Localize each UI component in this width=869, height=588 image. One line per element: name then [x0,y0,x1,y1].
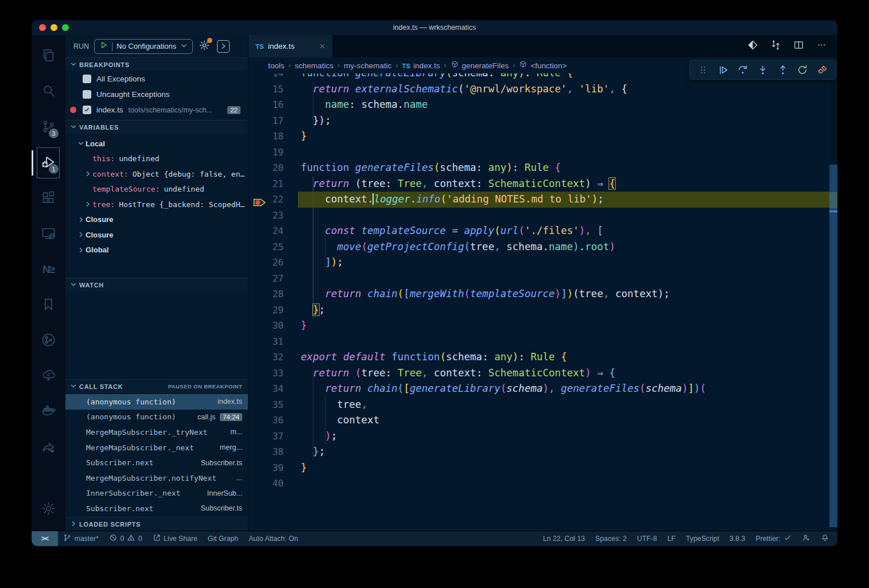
code-line-content[interactable]: ]); [298,255,829,271]
line-number-gutter[interactable]: 19 [249,145,298,161]
code-line-content[interactable] [298,208,829,224]
activity-search[interactable] [34,74,62,110]
line-number-gutter[interactable]: 35 [249,397,298,413]
status-prettier[interactable]: Prettier: [750,531,797,546]
code-line-content[interactable]: return externalSchematic('@nrwl/workspac… [298,81,829,98]
code-line-content[interactable]: }; [298,302,829,318]
status-encoding[interactable]: UTF-8 [632,531,662,546]
scrollbar-thumb[interactable] [829,165,837,527]
tab-index-ts[interactable]: TS index.ts [249,35,332,57]
code-line-content[interactable]: const templateSource = apply(url('./file… [298,223,829,239]
line-number-gutter[interactable]: 26 [249,255,298,271]
breakpoint-row[interactable]: All Exceptions [65,71,248,87]
line-number-gutter[interactable]: 18 [249,128,298,145]
status-indentation[interactable]: Spaces: 2 [590,531,632,546]
more-actions-icon[interactable] [816,40,827,53]
call-stack-frame[interactable]: MergeMapSubscriber._tryNextm... [65,425,248,440]
code-line-content[interactable] [298,476,829,492]
call-stack-frame[interactable]: InnerSubscriber._nextInnerSub... [65,486,248,501]
line-number-gutter[interactable]: 37 [249,429,298,445]
variable-row[interactable]: Global [65,243,248,258]
activity-nx-console[interactable]: N≥ [34,252,62,287]
line-number-gutter[interactable]: 20 [249,160,298,176]
status-cursor-position[interactable]: Ln 22, Col 13 [538,531,590,546]
status-eol[interactable]: LF [662,531,681,546]
variable-row[interactable]: context:Object {debug: false, en… [65,166,248,182]
code-line-content[interactable]: tree, [298,397,829,413]
status-git-graph[interactable]: Git Graph [203,531,243,546]
line-number-gutter[interactable]: 36 [249,412,298,429]
line-number-gutter[interactable]: 17 [249,113,298,129]
activity-extensions[interactable] [34,181,62,216]
code-line-content[interactable]: context [298,412,829,429]
code-line-content[interactable]: } [298,318,829,334]
line-number-gutter[interactable]: 16 [249,97,298,113]
line-number-gutter[interactable]: 21 [249,176,298,192]
disconnect-button[interactable] [817,64,828,76]
line-number-gutter[interactable]: 39 [249,460,298,476]
checkbox[interactable] [83,106,91,114]
debug-settings-gear-icon[interactable] [199,40,210,53]
line-number-gutter[interactable]: 24 [249,223,298,239]
status-ts-version[interactable]: 3.8.3 [724,531,750,546]
status-live-share[interactable]: Live Share [148,531,203,546]
code-line-content[interactable]: return chain([mergeWith(templateSource)]… [298,286,829,302]
breakpoints-section-header[interactable]: BREAKPOINTS [65,57,248,71]
continue-button[interactable] [717,64,729,76]
step-into-button[interactable] [757,64,769,76]
line-number-gutter[interactable]: 33 [249,365,298,381]
line-number-gutter[interactable]: 30 [249,318,298,334]
drag-handle-icon[interactable] [697,64,709,76]
activity-live-share-view[interactable] [34,430,62,465]
line-number-gutter[interactable]: 31 [249,334,298,350]
variable-row[interactable]: this:undefined [65,151,248,167]
line-number-gutter[interactable]: 15 [249,81,298,98]
line-number-gutter[interactable]: 34 [249,381,298,397]
code-line-content[interactable] [298,271,829,287]
start-debug-icon[interactable] [99,41,108,52]
line-number-gutter[interactable]: 23 [249,208,298,224]
breadcrumb-item[interactable]: generateFiles [451,60,509,71]
status-language-mode[interactable]: TypeScript [681,531,724,546]
code-line-content[interactable]: }; [298,444,829,460]
loaded-scripts-section-header[interactable]: LOADED SCRIPTS [65,517,248,531]
debug-console-icon[interactable] [217,40,230,53]
code-line-content[interactable]: }); [298,113,829,129]
code-line-content[interactable]: move(getProjectConfig(tree, schema.name)… [298,239,829,255]
line-number-gutter[interactable]: 40 [249,476,298,492]
code-line-content[interactable]: return chain([generateLibrary(schema), g… [298,381,829,397]
activity-manage[interactable] [34,492,62,527]
compare-changes-icon[interactable] [770,40,781,53]
call-stack-frame[interactable]: Subscriber.nextSubscriber.ts [65,455,248,470]
code-line-content[interactable]: return (tree: Tree, context: SchematicCo… [298,365,829,381]
code-line-content[interactable] [298,145,829,161]
code-line-content[interactable]: } [298,128,829,145]
activity-run-debug[interactable]: 1 [34,145,62,181]
line-number-gutter[interactable]: 28 [249,286,298,302]
breadcrumb-item[interactable]: my-schematic [344,61,391,70]
line-number-gutter[interactable]: 29 [249,302,298,318]
call-stack-frame[interactable]: Subscriber.nextSubscriber.ts [65,501,248,516]
breakpoint-row[interactable]: Uncaught Exceptions [65,87,248,102]
breadcrumb-item[interactable]: tools [268,61,285,70]
restart-button[interactable] [797,64,808,76]
call-stack-section-header[interactable]: CALL STACK PAUSED ON BREAKPOINT [65,379,248,393]
activity-testing[interactable] [34,359,62,394]
call-stack-frame[interactable]: (anonymous function)index.ts [65,394,248,410]
status-remote-indicator[interactable]: >< [32,531,58,546]
split-editor-icon[interactable] [793,40,804,53]
variable-row[interactable]: templateSource:undefined [65,182,248,197]
checkbox[interactable] [83,75,91,83]
watch-section-header[interactable]: WATCH [65,278,248,291]
call-stack-frame[interactable]: MergeMapSubscriber.notifyNext... [65,470,248,486]
status-notifications[interactable] [816,531,835,546]
line-number-gutter[interactable]: 32 [249,349,298,365]
call-stack-frame[interactable]: (anonymous function)call.js74:24 [65,410,248,425]
line-number-gutter[interactable]: 22 [249,192,298,208]
code-line-content[interactable] [298,334,829,350]
status-problems[interactable]: 00 [104,531,148,546]
activity-remote-explorer[interactable] [34,216,62,252]
code-line-content[interactable]: name: schema.name [298,97,829,113]
gitlens-icon[interactable] [747,40,758,53]
breakpoint-row[interactable]: index.tstools/schematics/my-sch...22 [65,102,248,118]
